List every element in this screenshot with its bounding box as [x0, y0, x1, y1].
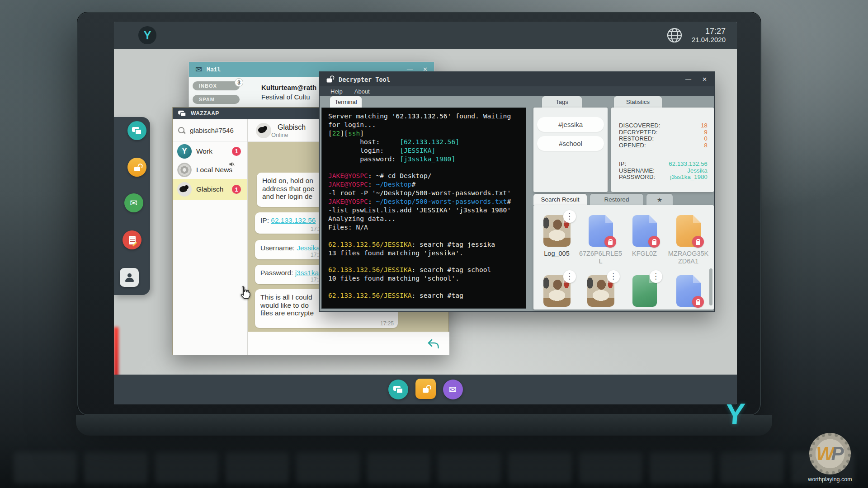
y-letter: Y — [144, 29, 151, 42]
file-label: MZRAOG35KZD6A1 — [666, 250, 710, 265]
inbox-button[interactable]: INBOX 3 — [193, 81, 240, 90]
envelope-icon: ✉ — [449, 385, 457, 394]
tab-tags[interactable]: Tags — [542, 96, 582, 108]
tag-school[interactable]: #school — [537, 136, 604, 151]
tab-restored[interactable]: Restored — [590, 194, 643, 205]
dock-profile-app-icon[interactable] — [120, 268, 139, 287]
inbox-unread-badge: 3 — [235, 78, 243, 87]
y-os-logo-icon[interactable]: Y — [138, 26, 156, 44]
chat-input-bar[interactable] — [248, 332, 449, 355]
tab-terminal[interactable]: Terminal — [330, 96, 362, 108]
network-globe-icon[interactable] — [665, 26, 684, 44]
person-icon — [125, 273, 134, 282]
terminal-line: password: [j3ss1ka_1980] — [328, 155, 519, 164]
file-menu-button[interactable]: ⋮ — [563, 270, 576, 283]
file-item[interactable]: ⋮ — [579, 270, 623, 330]
dock-chat-app-icon[interactable] — [127, 121, 146, 140]
chat-message: IP: 62.133.132.56 17:25 — [255, 212, 328, 234]
clock-time: 17:27 — [692, 27, 726, 36]
tab-favorites[interactable]: ★ — [646, 194, 673, 205]
ip-link[interactable]: 62.133.132.56 — [271, 216, 316, 224]
mail-subject: Festival of Cultu — [261, 92, 316, 102]
message-text: Password: — [260, 269, 295, 277]
chat-peer-status: Online — [271, 131, 306, 138]
cred-value: Jessika — [687, 168, 708, 174]
system-topbar: Y 17:27 21.04.2020 — [114, 22, 737, 49]
worthplaying-logo-icon: W P — [809, 433, 851, 474]
dock-decrypter-app-icon[interactable] — [127, 158, 146, 177]
contact-name: Local News — [196, 166, 232, 174]
decrypter-minimize-button[interactable]: — — [685, 76, 691, 82]
local-news-avatar — [177, 163, 192, 177]
file-item[interactable]: ⋮ — [535, 270, 579, 330]
message-time: 17:25 — [380, 320, 394, 327]
contact-item-local-news[interactable]: Local News — [173, 160, 247, 179]
mail-envelope-icon: ✉ — [195, 66, 202, 74]
work-avatar: Y — [177, 144, 192, 159]
unread-badge: 1 — [232, 185, 241, 194]
star-icon: ★ — [657, 196, 662, 203]
reply-arrow-icon[interactable] — [427, 338, 439, 349]
wazzaap-title: WAZZAAP — [191, 110, 219, 117]
dock-notes-app-icon[interactable] — [123, 230, 142, 249]
contact-panel: glabisch#7546 Y Work 1 Local News — [173, 119, 248, 355]
terminal-line: 13 files found matching 'jessika'. — [328, 249, 519, 258]
file-item[interactable]: KFGL0Z — [623, 210, 666, 270]
taskbar-chat-icon[interactable] — [388, 380, 408, 399]
contact-name: Work — [196, 147, 212, 155]
stat-label: OPENED: — [619, 142, 646, 149]
unread-badge: 1 — [232, 147, 241, 156]
scene: Y 17:27 21.04.2020 ✉ — [0, 0, 868, 488]
taskbar-decrypter-icon[interactable] — [415, 379, 436, 399]
laptop-bezel: Y 17:27 21.04.2020 ✉ — [77, 12, 761, 416]
search-icon — [177, 126, 186, 135]
file-item[interactable]: ⋮Log_005 — [535, 210, 579, 270]
file-menu-button[interactable]: ⋮ — [607, 270, 620, 283]
terminal-line: Files: N/A — [328, 223, 519, 232]
statistics-panel: DISCOVERED:18 DECRYPTED:9 RESTORED:0 OPE… — [611, 108, 714, 192]
file-item[interactable]: 67Z6P6LRLE5L — [579, 210, 623, 270]
menu-about[interactable]: About — [354, 88, 370, 95]
wp-letter-p: P — [831, 443, 844, 465]
file-menu-button[interactable]: ⋮ — [650, 270, 662, 283]
terminal-line: Analyzing data... — [328, 215, 519, 223]
stats-counters: DISCOVERED:18 DECRYPTED:9 RESTORED:0 OPE… — [611, 122, 714, 149]
lock-badge-icon — [604, 236, 616, 248]
decrypter-close-button[interactable]: ✕ — [702, 76, 707, 82]
terminal-line: -l root -P '~/Desktop/500-worst-password… — [328, 189, 519, 197]
dock-mail-app-icon[interactable]: ✉ — [124, 193, 143, 212]
decrypter-titlebar[interactable]: Decrypter Tool — ✕ — [320, 72, 714, 86]
mail-preview-item[interactable]: Kulturteam@rath Festival of Cultu — [261, 81, 316, 108]
username-link[interactable]: Jessika — [297, 244, 320, 252]
tag-jessika[interactable]: #jessika — [537, 117, 604, 132]
terminal-line: -list pswList.lis.add 'JESSIKA' 'j3ss1ka… — [328, 206, 519, 215]
terminal-line — [328, 257, 519, 266]
taskbar-mail-icon[interactable]: ✉ — [443, 380, 463, 399]
tab-search-result[interactable]: Search Result — [533, 194, 587, 205]
file-item[interactable]: ⋮ — [623, 270, 666, 330]
taskbar: ✉ — [114, 375, 737, 404]
chat-message: Username: Jessika 17:25 — [255, 240, 328, 259]
game-screen: Y 17:27 21.04.2020 ✉ — [114, 22, 737, 404]
terminal-output[interactable]: Server matching '62.133.132.56' found. W… — [321, 108, 526, 309]
spam-button[interactable]: SPAM — [193, 95, 240, 104]
open-lock-icon — [134, 167, 140, 171]
search-value: glabisch#7546 — [190, 127, 234, 134]
tab-statistics[interactable]: Statistics — [614, 96, 662, 108]
chat-message: Password: j3ss1ka_1980 17:25 — [255, 265, 328, 284]
stats-credentials: IP:62.133.132.56 USERNAME:Jessika PASSWO… — [611, 161, 714, 181]
menu-help[interactable]: Help — [330, 88, 343, 95]
file-menu-button[interactable]: ⋮ — [563, 210, 576, 223]
file-item[interactable] — [666, 270, 710, 330]
watermark-site: worthplaying.com — [798, 476, 862, 483]
contact-search-field[interactable]: glabisch#7546 — [173, 119, 247, 142]
contact-item-work[interactable]: Y Work 1 — [173, 142, 247, 160]
file-item[interactable]: MZRAOG35KZD6A1 — [666, 210, 710, 270]
chat-bubbles-icon — [132, 127, 142, 135]
mail-sender: Kulturteam@rath — [261, 83, 316, 92]
cred-label: USERNAME: — [619, 168, 655, 174]
contact-item-glabisch[interactable]: Glabisch 1 — [173, 179, 247, 200]
terminal-line: 10 files found matching 'school'. — [328, 274, 519, 283]
open-lock-icon — [423, 388, 429, 393]
laptop-base — [76, 415, 772, 436]
